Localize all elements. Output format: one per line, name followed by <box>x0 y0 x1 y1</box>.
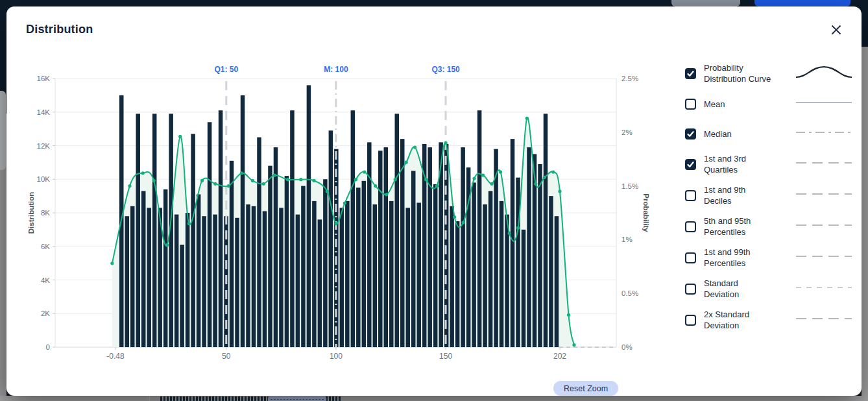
checkmark-icon <box>686 160 695 169</box>
histogram-bar <box>180 245 184 347</box>
unchecked-checkbox[interactable] <box>685 190 696 201</box>
histogram-bar <box>511 139 515 347</box>
histogram-bar <box>455 221 460 347</box>
histogram-bar <box>411 171 416 347</box>
y-right-tick-label: 0% <box>621 343 633 351</box>
legend-item-1: Mean <box>685 93 854 114</box>
legend-sample-curve <box>794 63 854 81</box>
histogram-bar <box>307 85 311 347</box>
x-tick-label: 100 <box>330 352 343 361</box>
y-right-tick-label: 1.5% <box>621 182 638 190</box>
reset-zoom-button[interactable]: Reset Zoom <box>553 381 618 396</box>
y-right-tick-label: 0.5% <box>621 289 638 297</box>
background-right-edge <box>862 47 868 401</box>
legend-item-0: Probability Distribution Curve <box>685 62 854 84</box>
legend-item-4: 1st and 9th Deciles <box>685 184 854 206</box>
histogram-bar <box>450 206 454 347</box>
unchecked-checkbox[interactable] <box>685 221 696 232</box>
unchecked-checkbox[interactable] <box>685 252 696 263</box>
checked-checkbox[interactable] <box>685 128 696 140</box>
unchecked-checkbox[interactable] <box>685 315 696 326</box>
legend-sample <box>794 216 854 237</box>
legend-item-label: 1st and 99th Percentiles <box>704 247 774 269</box>
annotation-label: M: 100 <box>324 65 348 74</box>
background-button-gray <box>671 0 740 6</box>
histogram-bar <box>241 95 245 347</box>
legend-item-label: 1st and 9th Deciles <box>704 184 774 206</box>
histogram-bar <box>219 110 223 347</box>
histogram-bar <box>428 147 432 347</box>
histogram-bar <box>296 215 300 347</box>
distribution-chart-plot[interactable]: Q1: 50M: 100Q3: 15016K14K12K10K8K6K4K2K0… <box>19 62 655 367</box>
y-left-tick-label: 0 <box>46 343 50 351</box>
legend-sample <box>794 93 854 114</box>
distribution-modal: Distribution Q1: 50M: 100Q3: 15016K14K12… <box>6 6 862 396</box>
legend-item-3: 1st and 3rd Quartiles <box>685 153 854 175</box>
histogram-bar <box>290 110 295 347</box>
legend-item-label: 5th and 95th Percentiles <box>704 215 774 237</box>
histogram-bar <box>395 114 400 347</box>
y-left-tick-label: 4K <box>41 276 50 284</box>
histogram-bar <box>263 211 267 347</box>
legend-sample-dash <box>794 310 854 328</box>
legend-sample <box>794 154 854 175</box>
checked-checkbox[interactable] <box>685 159 696 170</box>
histogram-bar <box>367 142 372 347</box>
histogram-bar <box>362 181 367 347</box>
histogram-bar <box>213 215 217 347</box>
histogram-bar <box>235 218 239 347</box>
histogram-bar <box>389 201 394 347</box>
legend-sample-dash <box>794 154 854 172</box>
annotation-label: Q1: 50 <box>214 65 238 74</box>
legend-item-label: 1st and 3rd Quartiles <box>704 153 774 175</box>
histogram-bar <box>252 206 256 347</box>
legend-item-2: Median <box>685 123 854 144</box>
legend-sample-dashdot <box>794 123 854 141</box>
legend-panel: Probability Distribution CurveMeanMedian… <box>685 62 854 331</box>
histogram-bar <box>202 216 206 347</box>
legend-item-8: 2x Standard Deviation <box>685 309 854 331</box>
modal-title: Distribution <box>26 23 93 36</box>
close-button[interactable] <box>828 21 845 38</box>
y-left-axis-title: Distribution <box>27 192 35 234</box>
distribution-chart: Q1: 50M: 100Q3: 15016K14K12K10K8K6K4K2K0… <box>19 62 655 367</box>
histogram-bar <box>416 202 421 347</box>
histogram-bar <box>147 208 151 347</box>
histogram-bar <box>433 184 438 347</box>
x-tick-label: 202 <box>553 352 566 361</box>
histogram-bar <box>340 208 344 347</box>
histogram-bar <box>500 201 504 347</box>
histogram-bar <box>191 134 195 347</box>
legend-sample <box>794 310 854 330</box>
x-tick-label: 50 <box>222 352 231 361</box>
y-right-tick-label: 1% <box>621 236 633 243</box>
legend-sample-dash <box>794 247 854 265</box>
histogram-bar <box>488 191 493 347</box>
histogram-bar <box>461 147 465 347</box>
histogram-bar <box>351 110 356 347</box>
unchecked-checkbox[interactable] <box>685 99 696 110</box>
background-button-blue <box>754 0 850 6</box>
histogram-bar <box>274 147 278 347</box>
histogram-bar <box>268 166 272 347</box>
legend-item-label: Probability Distribution Curve <box>704 62 774 84</box>
histogram-bar <box>125 216 129 347</box>
y-right-tick-label: 2% <box>621 128 633 136</box>
histogram-bar <box>230 161 234 347</box>
histogram-bar <box>538 164 542 347</box>
histogram-bar <box>318 219 322 347</box>
histogram-bar <box>544 114 548 347</box>
unchecked-checkbox[interactable] <box>685 284 696 295</box>
y-left-tick-label: 16K <box>37 75 51 82</box>
checked-checkbox[interactable] <box>685 68 696 79</box>
y-left-tick-label: 6K <box>41 243 50 250</box>
histogram-bar <box>175 215 179 347</box>
histogram-bar <box>522 230 526 347</box>
histogram-bar <box>301 186 306 347</box>
checkmark-icon <box>686 130 695 138</box>
histogram-bar <box>405 208 410 347</box>
legend-sample-solid <box>794 93 854 112</box>
legend-item-label: Standard Deviation <box>704 278 774 300</box>
background-mini-selection <box>268 396 326 401</box>
legend-item-7: Standard Deviation <box>685 278 854 300</box>
